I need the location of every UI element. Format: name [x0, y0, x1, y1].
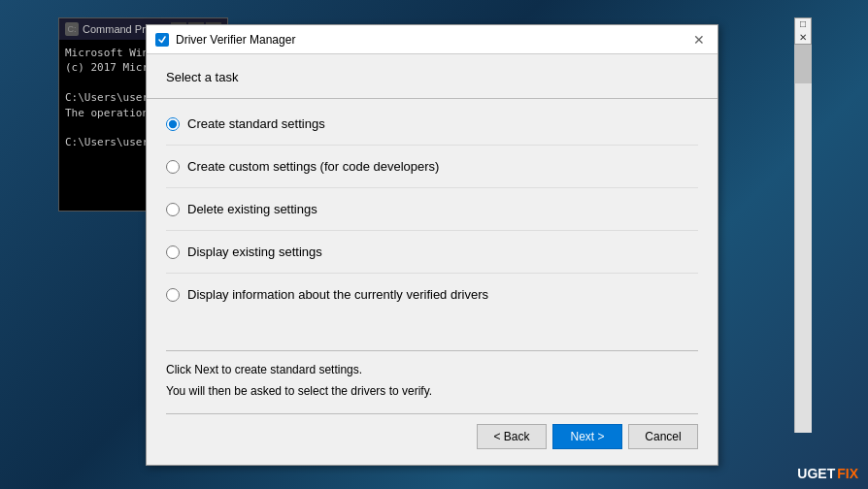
right-maximize-btn[interactable]: □	[800, 19, 806, 29]
dialog-body: Select a task Create standard settings C…	[147, 54, 718, 465]
next-button[interactable]: Next >	[552, 424, 622, 449]
radio-input-2[interactable]	[166, 160, 180, 174]
radio-option-2: Create custom settings (for code develop…	[166, 146, 698, 188]
dialog-titlebar: Driver Verifier Manager ✕	[147, 25, 718, 54]
info-line-2: You will then be asked to select the dri…	[166, 382, 698, 400]
dialog-close-btn[interactable]: ✕	[688, 29, 710, 50]
radio-label-3[interactable]: Delete existing settings	[187, 202, 317, 216]
info-line-1: Click Next to create standard settings.	[166, 361, 698, 378]
bottom-buttons: < Back Next > Cancel	[166, 413, 698, 449]
options-area: Create standard settings Create custom s…	[166, 99, 698, 350]
radio-input-5[interactable]	[166, 288, 180, 302]
dialog-icon	[154, 32, 170, 48]
radio-option-3: Delete existing settings	[166, 188, 698, 231]
dialog-window: Driver Verifier Manager ✕ Select a task …	[146, 24, 718, 466]
radio-label-5[interactable]: Display information about the currently …	[187, 287, 488, 302]
radio-label-4[interactable]: Display existing settings	[187, 244, 322, 259]
radio-label-2[interactable]: Create custom settings (for code develop…	[187, 159, 439, 174]
info-section: Click Next to create standard settings. …	[166, 350, 698, 413]
radio-option-1: Create standard settings	[166, 103, 698, 146]
right-scrollbar[interactable]	[794, 45, 812, 433]
back-button[interactable]: < Back	[477, 424, 547, 449]
radio-option-4: Display existing settings	[166, 231, 698, 274]
watermark: UGET FIX	[797, 466, 858, 481]
radio-option-5: Display information about the currently …	[166, 274, 698, 315]
scrollbar-track	[795, 45, 812, 433]
watermark-fix: FIX	[837, 466, 858, 481]
dialog-title: Driver Verifier Manager	[176, 33, 683, 47]
right-window-controls: □ ✕	[794, 17, 812, 45]
cancel-button[interactable]: Cancel	[628, 424, 698, 449]
radio-input-1[interactable]	[166, 117, 180, 131]
svg-rect-0	[155, 33, 169, 47]
radio-label-1[interactable]: Create standard settings	[187, 116, 325, 131]
radio-input-3[interactable]	[166, 203, 180, 216]
section-label: Select a task	[166, 70, 698, 84]
scrollbar-thumb	[795, 45, 812, 83]
right-close-btn[interactable]: ✕	[799, 33, 807, 43]
radio-input-4[interactable]	[166, 245, 180, 259]
cmd-icon: C:	[65, 22, 79, 36]
watermark-uget: UGET	[797, 466, 835, 481]
